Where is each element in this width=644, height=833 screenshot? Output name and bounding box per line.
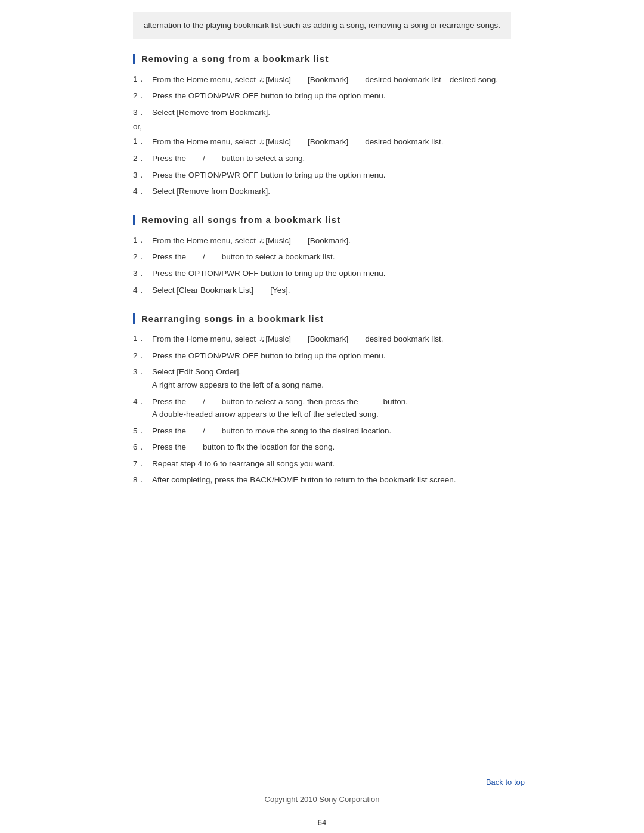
step-item: 4． Select [Clear Bookmark List] [Yes]. bbox=[133, 284, 511, 297]
page-wrapper: alternation to the playing bookmark list… bbox=[0, 0, 644, 833]
step-content: Select [Clear Bookmark List] [Yes]. bbox=[152, 284, 511, 297]
back-to-top-link[interactable]: Back to top bbox=[486, 778, 525, 786]
section-removing-song: Removing a song from a bookmark list 1． … bbox=[133, 54, 511, 198]
step-list-group2: 1． From the Home menu, select ♫[Music] [… bbox=[133, 135, 511, 197]
step-content: Select [Remove from Bookmark]. bbox=[152, 106, 511, 119]
step-num: 1． bbox=[133, 135, 152, 148]
step-item: 1． From the Home menu, select ♫[Music] [… bbox=[133, 332, 511, 346]
step-item: 1． From the Home menu, select ♫[Music] [… bbox=[133, 73, 511, 86]
step-sub: A right arrow appears to the left of a s… bbox=[152, 380, 324, 389]
step-content: From the Home menu, select ♫[Music] [Boo… bbox=[152, 332, 511, 346]
step-num: 6． bbox=[133, 441, 152, 454]
step-num: 7． bbox=[133, 457, 152, 470]
step-num: 2． bbox=[133, 250, 152, 264]
step-item: 5． Press the / button to move the song t… bbox=[133, 425, 511, 438]
step-content: Press the OPTION/PWR OFF button to bring… bbox=[152, 349, 511, 363]
step-num: 2． bbox=[133, 152, 152, 165]
step-num: 3． bbox=[133, 106, 152, 119]
step-content: From the Home menu, select ♫[Music] [Boo… bbox=[152, 234, 511, 247]
copyright-text: Copyright 2010 Sony Corporation bbox=[265, 795, 380, 804]
step-item: 1． From the Home menu, select ♫[Music] [… bbox=[133, 135, 511, 148]
step-content: From the Home menu, select ♫[Music] [Boo… bbox=[152, 73, 511, 86]
footer-content: Back to top bbox=[89, 775, 555, 789]
section-title-removing-song: Removing a song from a bookmark list bbox=[133, 54, 511, 64]
step-content: Press the / button to select a song. bbox=[152, 152, 511, 165]
copyright-area: Copyright 2010 Sony Corporation bbox=[0, 789, 644, 816]
step-num: 8． bbox=[133, 473, 152, 487]
step-num: 2． bbox=[133, 349, 152, 363]
title-bar-icon bbox=[133, 215, 135, 225]
step-content: Press the OPTION/PWR OFF button to bring… bbox=[152, 89, 511, 103]
step-content: Press the / button to select a bookmark … bbox=[152, 250, 511, 264]
step-item: 7． Repeat step 4 to 6 to rearrange all s… bbox=[133, 457, 511, 470]
step-item: 6． Press the button to fix the location … bbox=[133, 441, 511, 454]
step-item: 2． Press the / button to select a bookma… bbox=[133, 250, 511, 264]
music-icon: ♫ bbox=[259, 135, 265, 148]
step-content: Press the / button to select a song, the… bbox=[152, 395, 511, 421]
step-num: 1． bbox=[133, 73, 152, 86]
step-item: 3． Select [Edit Song Order]. A right arr… bbox=[133, 366, 511, 391]
step-item: 2． Press the / button to select a song. bbox=[133, 152, 511, 165]
step-item: 8． After completing, press the BACK/HOME… bbox=[133, 473, 511, 487]
step-content: Press the OPTION/PWR OFF button to bring… bbox=[152, 267, 511, 280]
intro-box: alternation to the playing bookmark list… bbox=[133, 12, 511, 39]
music-icon: ♫ bbox=[259, 234, 265, 247]
step-num: 2． bbox=[133, 89, 152, 103]
page-number: 64 bbox=[0, 816, 644, 833]
step-item: 3． Press the OPTION/PWR OFF button to br… bbox=[133, 267, 511, 280]
music-icon: ♫ bbox=[259, 332, 265, 345]
bottom-section: Back to top Copyright 2010 Sony Corporat… bbox=[0, 769, 644, 833]
section-title-text: Rearranging songs in a bookmark list bbox=[141, 314, 324, 324]
section-title-removing-all: Removing all songs from a bookmark list bbox=[133, 215, 511, 225]
step-item: 2． Press the OPTION/PWR OFF button to br… bbox=[133, 89, 511, 103]
step-content: Press the OPTION/PWR OFF button to bring… bbox=[152, 169, 511, 182]
step-item: 4． Select [Remove from Bookmark]. bbox=[133, 185, 511, 198]
title-bar-icon bbox=[133, 313, 135, 324]
step-num: 3． bbox=[133, 169, 152, 182]
section-rearranging: Rearranging songs in a bookmark list 1． … bbox=[133, 313, 511, 487]
step-item: 2． Press the OPTION/PWR OFF button to br… bbox=[133, 349, 511, 363]
step-num: 1． bbox=[133, 332, 152, 346]
section-title-rearranging: Rearranging songs in a bookmark list bbox=[133, 313, 511, 324]
section-title-text: Removing a song from a bookmark list bbox=[141, 54, 329, 64]
step-content: Press the button to fix the location for… bbox=[152, 441, 511, 454]
or-line: or, bbox=[133, 122, 511, 131]
step-num: 4． bbox=[133, 284, 152, 297]
music-icon: ♫ bbox=[259, 73, 265, 86]
intro-text: alternation to the playing bookmark list… bbox=[144, 21, 500, 30]
step-sub: A double-headed arrow appears to the lef… bbox=[152, 410, 379, 419]
step-content: Select [Edit Song Order]. A right arrow … bbox=[152, 366, 511, 391]
step-num: 4． bbox=[133, 185, 152, 198]
title-bar-icon bbox=[133, 54, 135, 64]
step-item: 1． From the Home menu, select ♫[Music] [… bbox=[133, 234, 511, 247]
step-content: After completing, press the BACK/HOME bu… bbox=[152, 473, 511, 487]
step-num: 3． bbox=[133, 366, 152, 391]
section-title-text: Removing all songs from a bookmark list bbox=[141, 215, 340, 225]
step-content: Select [Remove from Bookmark]. bbox=[152, 185, 511, 198]
step-content: From the Home menu, select ♫[Music] [Boo… bbox=[152, 135, 511, 148]
step-list-removing-all: 1． From the Home menu, select ♫[Music] [… bbox=[133, 234, 511, 296]
step-item: 3． Press the OPTION/PWR OFF button to br… bbox=[133, 169, 511, 182]
step-num: 1． bbox=[133, 234, 152, 247]
section-removing-all: Removing all songs from a bookmark list … bbox=[133, 215, 511, 296]
step-item: 3． Select [Remove from Bookmark]. bbox=[133, 106, 511, 119]
step-num: 3． bbox=[133, 267, 152, 280]
step-list-group1: 1． From the Home menu, select ♫[Music] [… bbox=[133, 73, 511, 119]
step-content: Press the / button to move the song to t… bbox=[152, 425, 511, 438]
step-item: 4． Press the / button to select a song, … bbox=[133, 395, 511, 421]
step-content: Repeat step 4 to 6 to rearrange all song… bbox=[152, 457, 511, 470]
step-num: 5． bbox=[133, 425, 152, 438]
step-num: 4． bbox=[133, 395, 152, 421]
content-area: alternation to the playing bookmark list… bbox=[115, 0, 529, 769]
step-list-rearranging: 1． From the Home menu, select ♫[Music] [… bbox=[133, 332, 511, 487]
